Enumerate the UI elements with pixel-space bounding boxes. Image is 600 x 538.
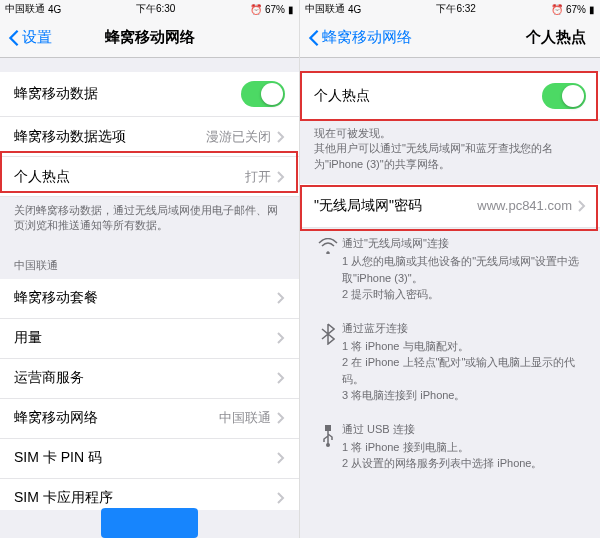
row-data-options[interactable]: 蜂窝移动数据选项 漫游已关闭 — [0, 117, 299, 157]
row-cellular-data[interactable]: 蜂窝移动数据 — [0, 72, 299, 117]
chevron-right-icon — [277, 131, 285, 143]
page-body: 蜂窝移动数据 蜂窝移动数据选项 漫游已关闭 个人热点 打开 关闭蜂窝移动数据，通… — [0, 58, 299, 538]
row-value: www.pc841.com — [477, 198, 572, 213]
conn-step: 2 提示时输入密码。 — [342, 286, 586, 303]
row-plan[interactable]: 蜂窝移动套餐 — [0, 279, 299, 319]
row-label: 蜂窝移动数据 — [14, 85, 241, 103]
status-bar: 中国联通4G 下午6:30 ⏰67%▮ — [0, 0, 299, 18]
chevron-right-icon — [277, 452, 285, 464]
chevron-right-icon — [277, 412, 285, 424]
battery-label: 67% — [265, 4, 285, 15]
row-label: "无线局域网"密码 — [314, 197, 477, 215]
back-label: 蜂窝移动网络 — [322, 28, 412, 47]
page-body: 个人热点 现在可被发现。 其他用户可以通过"无线局域网"和蓝牙查找您的名为"iP… — [300, 58, 600, 538]
button-partial[interactable] — [101, 508, 198, 538]
row-label: 用量 — [14, 329, 277, 347]
back-label: 设置 — [22, 28, 52, 47]
screen-cellular: 中国联通4G 下午6:30 ⏰67%▮ 设置 蜂窝移动网络 蜂窝移动数据 蜂窝移… — [0, 0, 300, 538]
row-value: 中国联通 — [219, 409, 271, 427]
row-hotspot-toggle[interactable]: 个人热点 — [300, 72, 600, 120]
row-personal-hotspot[interactable]: 个人热点 打开 — [0, 157, 299, 197]
signal-label: 4G — [48, 4, 61, 15]
toggle-hotspot[interactable] — [542, 83, 586, 109]
battery-icon: ▮ — [288, 4, 294, 15]
svg-point-1 — [326, 443, 330, 447]
page-title: 个人热点 — [526, 28, 586, 47]
row-usage[interactable]: 用量 — [0, 319, 299, 359]
chevron-right-icon — [277, 292, 285, 304]
row-sim-pin[interactable]: SIM 卡 PIN 码 — [0, 439, 299, 479]
row-label: SIM 卡应用程序 — [14, 489, 277, 507]
wifi-instructions: 通过"无线局域网"连接 1 从您的电脑或其他设备的"无线局域网"设置中选取"iP… — [300, 228, 600, 313]
battery-icon: ▮ — [589, 4, 595, 15]
row-label: 蜂窝移动网络 — [14, 409, 219, 427]
row-value: 漫游已关闭 — [206, 128, 271, 146]
svg-rect-0 — [325, 425, 331, 431]
row-wifi-password[interactable]: "无线局域网"密码 www.pc841.com — [300, 184, 600, 228]
row-label: 运营商服务 — [14, 369, 277, 387]
row-value: 打开 — [245, 168, 271, 186]
carrier-label: 中国联通 — [305, 2, 345, 16]
status-bar: 中国联通4G 下午6:32 ⏰67%▮ — [300, 0, 600, 18]
conn-title: 通过"无线局域网"连接 — [342, 236, 586, 251]
clock: 下午6:30 — [61, 2, 250, 16]
toggle-cellular-data[interactable] — [241, 81, 285, 107]
conn-step: 2 从设置的网络服务列表中选择 iPhone。 — [342, 455, 542, 472]
row-cellular-network[interactable]: 蜂窝移动网络 中国联通 — [0, 399, 299, 439]
section-header: 中国联通 — [0, 240, 299, 279]
chevron-right-icon — [277, 332, 285, 344]
discoverable-note: 现在可被发现。 其他用户可以通过"无线局域网"和蓝牙查找您的名为"iPhone … — [300, 120, 600, 178]
alarm-icon: ⏰ — [551, 4, 563, 15]
clock: 下午6:32 — [361, 2, 551, 16]
wifi-icon — [314, 236, 342, 303]
bluetooth-icon — [314, 321, 342, 404]
row-label: 个人热点 — [14, 168, 245, 186]
conn-step: 3 将电脑连接到 iPhone。 — [342, 387, 586, 404]
carrier-label: 中国联通 — [5, 2, 45, 16]
usb-icon — [314, 422, 342, 472]
row-carrier-services[interactable]: 运营商服务 — [0, 359, 299, 399]
chevron-right-icon — [277, 171, 285, 183]
alarm-icon: ⏰ — [250, 4, 262, 15]
bottom-cut — [0, 510, 299, 538]
back-button[interactable]: 蜂窝移动网络 — [308, 28, 412, 47]
nav-bar: 蜂窝移动网络 个人热点 — [300, 18, 600, 58]
back-button[interactable]: 设置 — [8, 28, 52, 47]
row-label: 蜂窝移动数据选项 — [14, 128, 206, 146]
conn-step: 1 将 iPhone 与电脑配对。 — [342, 338, 586, 355]
conn-step: 1 将 iPhone 接到电脑上。 — [342, 439, 542, 456]
screen-hotspot: 中国联通4G 下午6:32 ⏰67%▮ 蜂窝移动网络 个人热点 个人热点 现在可… — [300, 0, 600, 538]
conn-step: 2 在 iPhone 上轻点"配对"或输入电脑上显示的代码。 — [342, 354, 586, 387]
nav-bar: 设置 蜂窝移动网络 — [0, 18, 299, 58]
conn-title: 通过蓝牙连接 — [342, 321, 586, 336]
signal-label: 4G — [348, 4, 361, 15]
row-label: SIM 卡 PIN 码 — [14, 449, 277, 467]
conn-step: 1 从您的电脑或其他设备的"无线局域网"设置中选取"iPhone (3)"。 — [342, 253, 586, 286]
usb-instructions: 通过 USB 连接 1 将 iPhone 接到电脑上。 2 从设置的网络服务列表… — [300, 414, 600, 482]
chevron-right-icon — [578, 200, 586, 212]
footer-note: 关闭蜂窝移动数据，通过无线局域网使用电子邮件、网页浏览和推送通知等所有数据。 — [0, 197, 299, 240]
chevron-right-icon — [277, 492, 285, 504]
battery-label: 67% — [566, 4, 586, 15]
conn-title: 通过 USB 连接 — [342, 422, 542, 437]
bluetooth-instructions: 通过蓝牙连接 1 将 iPhone 与电脑配对。 2 在 iPhone 上轻点"… — [300, 313, 600, 414]
row-label: 蜂窝移动套餐 — [14, 289, 277, 307]
row-label: 个人热点 — [314, 87, 542, 105]
chevron-right-icon — [277, 372, 285, 384]
